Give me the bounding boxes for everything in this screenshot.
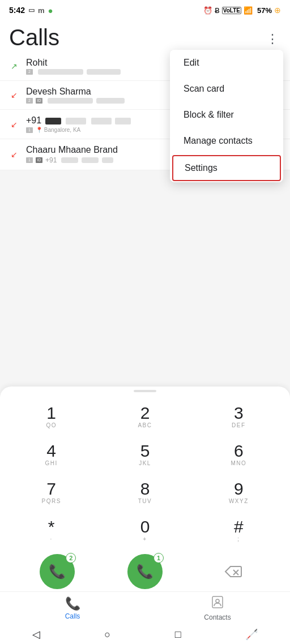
phone-number-blurred2	[87, 69, 121, 75]
phone-number-blurred	[38, 69, 83, 75]
nav-item-contacts[interactable]: Contacts	[145, 595, 290, 621]
backspace-button[interactable]	[189, 565, 276, 578]
phone-number-blurred2	[96, 98, 125, 104]
phone-number-blurred3	[102, 157, 113, 163]
call-fab-1[interactable]: 📞 1	[127, 554, 163, 589]
sim-icon-extra: 📍 Bangalore, KA	[36, 127, 80, 133]
status-icon-sms: ▭	[28, 6, 35, 14]
sim-icon-2: ID	[36, 98, 42, 104]
phone-number-blurred	[61, 157, 78, 163]
call-direction-icon: ↙	[9, 91, 19, 100]
call-direction-icon: ↙	[9, 150, 19, 159]
sim-icon: 2	[26, 98, 33, 104]
home-button[interactable]: ○	[104, 629, 110, 641]
call-button-primary[interactable]: 📞 1	[101, 554, 189, 589]
call-fab-2[interactable]: 📞 2	[40, 554, 75, 589]
dial-key-9[interactable]: 9 WXYZ	[192, 474, 285, 512]
overflow-dropdown: Edit Scan card Block & filter Manage con…	[170, 50, 283, 182]
dial-key-6[interactable]: 6 MNO	[192, 436, 285, 474]
phone-number-blurred	[48, 98, 93, 104]
call-direction-icon: ↗	[9, 62, 19, 71]
back-button[interactable]: ◁	[32, 628, 40, 641]
app-bar: Calls ⋮ Edit Scan card Block & filter Ma…	[0, 20, 290, 52]
contacts-nav-label: Contacts	[204, 613, 231, 621]
dial-key-8[interactable]: 8 TUV	[98, 474, 191, 512]
call-button-secondary[interactable]: 📞 2	[14, 554, 101, 589]
menu-item-block-filter[interactable]: Block & filter	[170, 102, 283, 128]
dial-key-3[interactable]: 3 DEF	[192, 398, 285, 436]
dial-key-5[interactable]: 5 JKL	[98, 436, 191, 474]
status-alarm-icon: ⏰	[203, 6, 212, 15]
sim-icon: 1	[26, 127, 33, 133]
call-direction-icon: ↙	[9, 120, 19, 129]
dialpad-handle	[134, 390, 156, 392]
dial-key-1[interactable]: 1 QO	[5, 398, 98, 436]
nav-item-calls[interactable]: 📞 Calls	[0, 596, 145, 620]
menu-item-edit[interactable]: Edit	[170, 50, 283, 76]
dial-key-7[interactable]: 7 PQRS	[5, 474, 98, 512]
svg-point-3	[216, 599, 219, 603]
overflow-menu-button[interactable]: ⋮	[264, 29, 281, 49]
phone-icon: 📞	[49, 564, 66, 579]
menu-item-manage-contacts[interactable]: Manage contacts	[170, 128, 283, 154]
phone-number-blurred2	[82, 157, 99, 163]
status-bluetooth-icon: Ƀ	[215, 6, 220, 15]
accessibility-button[interactable]: 🦯	[245, 628, 258, 641]
system-nav-bar: ◁ ○ □ 🦯	[0, 624, 290, 644]
status-volte-icon: VoLTE	[222, 7, 241, 14]
phone-icon-2: 📞	[137, 564, 153, 579]
bottom-nav: 📞 Calls Contacts	[0, 591, 290, 624]
dialpad-panel: 1 QO 2 ABC 3 DEF 4 GHI 5 JKL 6 MNO 7 PQR…	[0, 387, 290, 644]
calls-nav-icon: 📞	[65, 596, 80, 611]
status-battery-circle: ⊕	[274, 6, 281, 15]
dial-key-2[interactable]: 2 ABC	[98, 398, 191, 436]
calls-nav-label: Calls	[65, 612, 80, 620]
sim-icon: 2	[26, 69, 33, 75]
status-battery-percent: 57%	[257, 6, 272, 15]
dial-key-hash[interactable]: # ;	[192, 512, 285, 549]
status-icon-circle: ●	[48, 6, 53, 15]
contacts-nav-icon	[211, 595, 224, 612]
status-signal-icon: 📶	[244, 6, 253, 15]
sim-icon: 1	[26, 157, 33, 163]
call-badge-1: 1	[153, 553, 164, 563]
dialpad-grid: 1 QO 2 ABC 3 DEF 4 GHI 5 JKL 6 MNO 7 PQR…	[0, 398, 290, 549]
backspace-icon[interactable]	[224, 565, 242, 578]
call-badge-2: 2	[66, 553, 76, 563]
menu-item-settings[interactable]: Settings	[172, 155, 281, 181]
status-bar: 5:42 ▭ m ● ⏰ Ƀ VoLTE 📶 57% ⊕	[0, 0, 290, 20]
status-icon-m: m	[38, 6, 45, 15]
recents-button[interactable]: □	[175, 629, 181, 641]
dial-key-star[interactable]: * ·	[5, 512, 98, 549]
dial-key-0[interactable]: 0 +	[98, 512, 191, 549]
dial-key-4[interactable]: 4 GHI	[5, 436, 98, 474]
sim-icon-2: ID	[36, 157, 42, 163]
page-title: Calls	[9, 25, 59, 50]
dialpad-actions: 📞 2 📞 1	[0, 549, 290, 591]
menu-item-scan-card[interactable]: Scan card	[170, 76, 283, 102]
status-time: 5:42	[9, 6, 25, 15]
